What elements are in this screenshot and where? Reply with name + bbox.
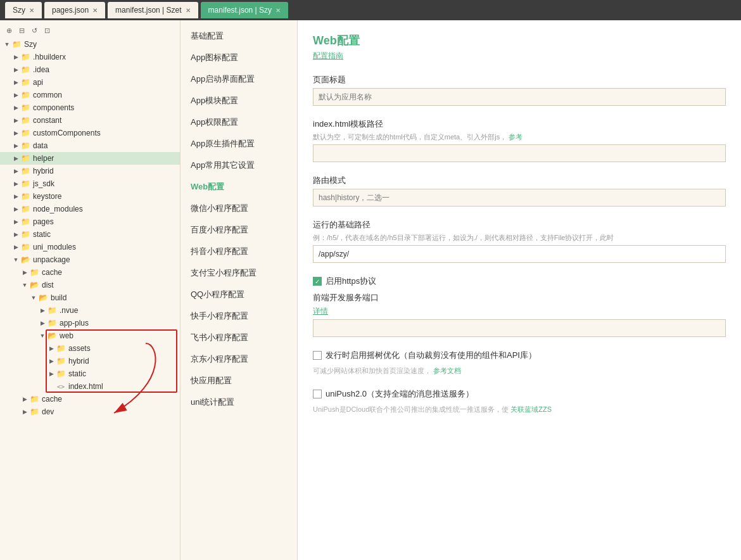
input-base-path[interactable] [313,245,726,263]
config-item-weixin[interactable]: 微信小程序配置 [180,198,297,219]
tree-label-nodemodules: node_modules [33,205,83,213]
tree-item-idea[interactable]: ▶ 📁 .idea [0,63,180,76]
config-item-app-module[interactable]: App模块配置 [180,90,297,111]
config-item-app-icon[interactable]: App图标配置 [180,47,297,68]
tab-pages-json[interactable]: pages.json ✕ [44,2,105,18]
tree-item-appplus[interactable]: ▶ 📁 app-plus [0,317,180,329]
tree-item-jssdk[interactable]: ▶ 📁 js_sdk [0,177,180,190]
tree-item-constant[interactable]: ▶ 📁 constant [0,114,180,127]
tree-item-unimodules[interactable]: ▶ 📁 uni_modules [0,241,180,253]
tree-label-hybrid-sub: hybrid [68,357,89,366]
tree-item-pages[interactable]: ▶ 📁 pages [0,215,180,228]
tab-close-icon[interactable]: ✕ [92,7,98,14]
config-item-basic[interactable]: 基础配置 [180,25,297,47]
tree-item-customComponents[interactable]: ▶ 📁 customComponents [0,127,180,139]
tree-item-components[interactable]: ▶ 📁 components [0,101,180,114]
tree-item-data[interactable]: ▶ 📁 data [0,139,180,152]
sidebar-toolbar-refresh[interactable]: ↺ [29,25,39,35]
tree-item-nvue[interactable]: ▶ 📁 .nvue [0,304,180,317]
config-item-web[interactable]: Web配置 [180,176,297,198]
tree-arrow-cache-top: ▶ [20,268,29,277]
tree-item-dist[interactable]: ▼ 📂 dist [0,279,180,291]
tab-close-icon[interactable]: ✕ [186,7,191,14]
checkbox-treeshaking[interactable] [313,351,322,360]
input-port[interactable] [313,319,726,337]
hint-link-index-template[interactable]: 参考 [509,133,522,141]
config-item-alipay[interactable]: 支付宝小程序配置 [180,262,297,284]
tree-item-static[interactable]: ▶ 📁 static [0,228,180,241]
tree-item-hbuilderx[interactable]: ▶ 📁 .hbuilderx [0,51,180,63]
folder-icon-hybrid: 📁 [20,166,30,176]
treeshaking-doc-link[interactable]: 参考文档 [433,367,461,374]
input-page-title[interactable] [313,88,726,106]
checkbox-https[interactable]: ✓ [313,277,322,286]
checkbox-treeshaking-row: 发行时启用摇树优化（自动裁剪没有使用的组件和API库） [313,350,726,361]
tree-item-index-html[interactable]: ▶ <> index.html [0,380,180,393]
tree-item-hybrid[interactable]: ▶ 📁 hybrid [0,165,180,177]
tab-label: manifest.json | Szet [115,6,182,15]
tree-item-dev[interactable]: ▶ 📁 dev [0,405,180,418]
config-item-baidu[interactable]: 百度小程序配置 [180,219,297,241]
config-item-app-other[interactable]: App常用其它设置 [180,155,297,176]
red-box-container: ▼ 📂 web ▶ 📁 assets ▶ 📁 hybrid ▶ [0,329,180,393]
tab-close-icon[interactable]: ✕ [276,7,281,14]
tree-item-nodemodules[interactable]: ▶ 📁 node_modules [0,203,180,215]
tab-manifest-szy[interactable]: manifest.json | Szy ✕ [201,2,289,18]
tree-arrow-keystore: ▶ [11,192,20,201]
tree-item-build[interactable]: ▼ 📂 build [0,291,180,304]
page-section-title: Web配置 [313,33,726,48]
tree-item-cache-top[interactable]: ▶ 📁 cache [0,266,180,279]
tree-label-cache-bottom: cache [42,395,62,404]
config-item-qq[interactable]: QQ小程序配置 [180,284,297,305]
tree-item-common[interactable]: ▶ 📁 common [0,89,180,101]
tree-arrow-customComponents: ▶ [11,129,20,137]
field-label-base-path: 运行的基础路径 [313,219,726,231]
config-item-jingdong[interactable]: 京东小程序配置 [180,348,297,370]
tree-item-api[interactable]: ▶ 📁 api [0,76,180,89]
config-item-app-splash[interactable]: App启动界面配置 [180,68,297,90]
tree-item-cache-bottom[interactable]: ▶ 📁 cache [0,393,180,405]
folder-icon-build: 📂 [38,293,48,303]
config-item-tiktok[interactable]: 抖音小程序配置 [180,241,297,262]
tree-item-helper[interactable]: ▶ 📁 helper [0,152,180,165]
input-index-template[interactable] [313,144,726,162]
tree-arrow-dev: ▶ [20,407,29,416]
config-item-feishu[interactable]: 飞书小程序配置 [180,327,297,348]
tab-manifest-szet[interactable]: manifest.json | Szet ✕ [108,2,198,18]
tree-item-keystore[interactable]: ▶ 📁 keystore [0,190,180,203]
folder-icon-customComponents: 📁 [20,128,30,138]
field-index-template: index.html模板路径 默认为空，可定制生成的html代码，自定义meta… [313,118,726,162]
config-item-kuaiapp[interactable]: 快应用配置 [180,370,297,391]
config-item-kuaishou[interactable]: 快手小程序配置 [180,305,297,327]
guide-link[interactable]: 配置指南 [313,51,343,61]
input-route-mode[interactable] [313,189,726,207]
tree-arrow-assets: ▶ [47,344,56,353]
checkbox-unipush[interactable] [313,390,322,398]
tab-close-icon[interactable]: ✕ [29,7,34,14]
folder-icon-data: 📁 [20,141,30,151]
tree-label-components: components [33,103,74,112]
sidebar-toolbar-expand[interactable]: ⊡ [42,25,52,35]
folder-icon-root: 📁 [11,39,22,49]
config-item-app-native[interactable]: App原生插件配置 [180,133,297,155]
tree-root[interactable]: ▼ 📁 Szy [0,38,180,51]
field-unipush: uniPush2.0（支持全端的消息推送服务） UniPush是DCloud联合… [313,388,726,414]
tree-item-web[interactable]: ▼ 📂 web [0,329,180,342]
tree-item-assets[interactable]: ▶ 📁 assets [0,342,180,355]
tree-item-static-sub[interactable]: ▶ 📁 static [0,367,180,380]
config-item-unistat[interactable]: uni统计配置 [180,391,297,413]
tree-label-idea: .idea [33,65,49,74]
tree-arrow-nvue: ▶ [38,306,47,315]
port-detail-link[interactable]: 详情 [313,306,726,317]
tree-item-hybrid-sub[interactable]: ▶ 📁 hybrid [0,355,180,367]
tree-label-dev: dev [42,407,54,416]
field-label-page-title: 页面标题 [313,74,726,86]
top-bar: Szy ✕ pages.json ✕ manifest.json | Szet … [0,0,741,20]
config-item-app-permission[interactable]: App权限配置 [180,111,297,133]
tree-label-helper: helper [33,154,54,163]
sidebar-toolbar-add[interactable]: ⊕ [4,25,14,35]
sidebar-toolbar-collapse[interactable]: ⊟ [16,25,27,35]
tab-szy[interactable]: Szy ✕ [5,2,42,18]
tree-item-unpackage[interactable]: ▼ 📂 unpackage [0,253,180,266]
field-hint-base-path: 例：/h5/，代表在域名的/h5目录下部署运行，如设为./，则代表相对路径，支持… [313,233,726,243]
